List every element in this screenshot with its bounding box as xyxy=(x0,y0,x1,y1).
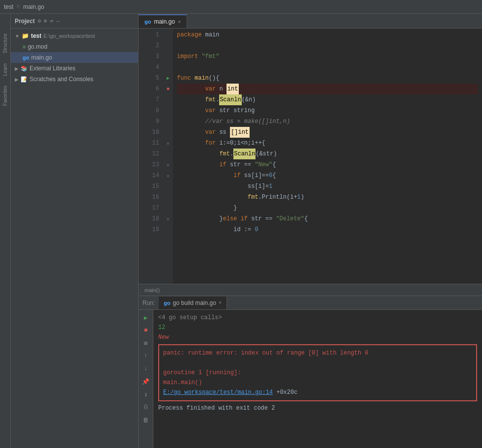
run-rerun-button[interactable]: ⊞ xyxy=(140,337,152,349)
output-process-finished: Process finished with exit code 2 xyxy=(158,403,477,413)
tree-item-test-root[interactable]: ▼ 📁 test E:\go_workspace\test xyxy=(11,30,138,41)
tree-item-path: E:\go_workspace\test xyxy=(43,33,95,39)
gutter-19 xyxy=(163,224,173,235)
run-tab-go-icon: go xyxy=(164,300,170,306)
output-main-main-line: main.main() xyxy=(163,378,472,388)
side-labels-strip: Structure Learn Favorites xyxy=(0,14,11,448)
gear-icon[interactable]: ⚙ xyxy=(38,18,41,24)
tree-item-main-go[interactable]: go main.go xyxy=(11,52,138,63)
equalizer-icon[interactable]: ⇌ xyxy=(50,18,54,24)
fold-icon-14[interactable]: ◇ xyxy=(163,170,173,181)
folder-icon: 📁 xyxy=(22,32,29,39)
run-body: ▶ ■ ⊞ ↑ ↓ 📌 ↧ ⎙ 🗑 <4 go setup calls> 12 … xyxy=(139,310,482,448)
gutter-15 xyxy=(163,181,173,192)
code-line-10: var ss []int xyxy=(177,127,478,138)
gutter-3 xyxy=(163,51,173,62)
code-line-4 xyxy=(177,62,478,73)
project-tree: ▼ 📁 test E:\go_workspace\test ≡ go.mod g… xyxy=(11,29,138,448)
run-tab-label: go build main.go xyxy=(173,299,216,306)
tree-item-go-mod[interactable]: ≡ go.mod xyxy=(11,41,138,52)
side-label-favorites[interactable]: Favorites xyxy=(2,86,8,106)
run-toolbar: ▶ ■ ⊞ ↑ ↓ 📌 ↧ ⎙ 🗑 xyxy=(139,310,153,448)
scratches-arrow-icon: ▶ xyxy=(15,77,19,82)
title-path: test xyxy=(4,3,13,10)
code-line-18: }else if str == "Delete"{ xyxy=(177,213,478,224)
tree-item-external-libs[interactable]: ▶ 📚 External Libraries xyxy=(11,63,138,74)
line-numbers: 12345 678910 1112131415 16171819 xyxy=(139,29,163,284)
gutter-9 xyxy=(163,116,173,127)
crosshair-icon[interactable]: ⊕ xyxy=(44,18,47,24)
fold-icon-18[interactable]: ◇ xyxy=(163,213,173,224)
project-panel: Project ⚙ ⊕ ⇌ — ▼ 📁 test E:\go_workspace… xyxy=(11,14,139,448)
run-softfold-button[interactable]: ↧ xyxy=(140,388,152,400)
tree-item-label-maingo: main.go xyxy=(31,54,52,61)
output-file-link[interactable]: E:/go_workspace/test/main.go:14 xyxy=(163,389,273,396)
gutter-16 xyxy=(163,192,173,203)
run-output: <4 go setup calls> 12 New panic: runtime… xyxy=(153,310,482,448)
gutter-17 xyxy=(163,203,173,213)
breadcrumb-bar: main() xyxy=(139,284,482,296)
gutter-8 xyxy=(163,105,173,116)
gutter-4 xyxy=(163,62,173,73)
breadcrumb-text: main() xyxy=(144,287,160,293)
tree-item-label-scratches: Scratches and Consoles xyxy=(29,76,93,83)
output-goroutine-line: goroutine 1 [running]: xyxy=(163,368,472,378)
run-panel: Run: go go build main.go × ▶ ■ ⊞ ↑ ↓ 📌 ↧ xyxy=(139,296,482,448)
gutter-10 xyxy=(163,127,173,138)
tab-label-main-go: main.go xyxy=(154,18,175,25)
run-play-button[interactable]: ▶ xyxy=(140,312,152,324)
output-line-setup: <4 go setup calls> xyxy=(158,313,477,323)
run-stop-button[interactable]: ■ xyxy=(140,325,152,336)
title-separator: > xyxy=(16,3,20,10)
run-scroll-down-button[interactable]: ↓ xyxy=(140,363,152,375)
code-line-14: if ss[i]==0{ xyxy=(177,170,478,181)
code-editor[interactable]: 12345 678910 1112131415 16171819 ▶ ● ◇ ◇ xyxy=(139,29,482,284)
tab-close-icon[interactable]: × xyxy=(178,19,181,25)
editor-tab-bar: go main.go × xyxy=(139,14,482,29)
run-pin-button[interactable]: 📌 xyxy=(140,376,152,388)
code-line-1: package main xyxy=(177,30,478,40)
expand-arrow-icon: ▼ xyxy=(15,33,20,39)
output-panic-line: panic: runtime error: index out of range… xyxy=(163,348,472,358)
gutter-2 xyxy=(163,40,173,51)
tab-main-go[interactable]: go main.go × xyxy=(139,14,187,28)
tree-item-label-test: test xyxy=(31,32,41,39)
output-line-12: 12 xyxy=(158,323,477,332)
output-blank xyxy=(163,358,472,368)
tree-item-label-gomod: go.mod xyxy=(28,43,47,50)
main-area: Structure Learn Favorites Project ⚙ ⊕ ⇌ … xyxy=(0,14,482,448)
code-line-19: id := 0 xyxy=(177,224,478,235)
gutter-1 xyxy=(163,30,173,40)
run-gutter-icon[interactable]: ▶ xyxy=(163,73,173,84)
output-line-new: New xyxy=(158,332,477,342)
code-line-12: fmt.Scanln(&str) xyxy=(177,149,478,159)
breakpoint-icon[interactable]: ● xyxy=(163,84,173,94)
go-file-icon: go xyxy=(23,55,29,60)
side-label-structure[interactable]: Structure xyxy=(2,33,8,54)
fold-icon-11[interactable]: ◇ xyxy=(163,138,173,149)
code-line-13: if str == "New"{ xyxy=(177,159,478,170)
minimize-icon[interactable]: — xyxy=(57,18,60,24)
output-file-link-line: E:/go_workspace/test/main.go:14 +0x20c xyxy=(163,388,472,397)
tab-go-icon: go xyxy=(144,19,151,25)
editor-gutter: ▶ ● ◇ ◇ ◇ ◇ xyxy=(163,29,173,284)
fold-icon-13[interactable]: ◇ xyxy=(163,159,173,170)
run-tab-go-build[interactable]: go go build main.go × xyxy=(159,297,227,309)
run-tab-close-icon[interactable]: × xyxy=(219,300,222,305)
run-scroll-up-button[interactable]: ↑ xyxy=(140,350,152,362)
side-label-learn[interactable]: Learn xyxy=(2,63,8,76)
code-line-11: for i:=0;i<n;i++{ xyxy=(177,138,478,149)
tree-item-scratches[interactable]: ▶ 📝 Scratches and Consoles xyxy=(11,74,138,85)
editor-area: go main.go × 12345 678910 1112131415 161… xyxy=(139,14,482,448)
project-panel-header: Project ⚙ ⊕ ⇌ — xyxy=(11,14,138,29)
gutter-12 xyxy=(163,149,173,159)
tree-item-label-extlibs: External Libraries xyxy=(29,65,75,72)
mod-file-icon: ≡ xyxy=(23,44,26,50)
code-content[interactable]: package main import "fmt" func main(){ v… xyxy=(173,29,482,284)
run-print-button[interactable]: ⎙ xyxy=(140,401,152,413)
code-line-16: fmt.Println(i+1) xyxy=(177,192,478,203)
code-line-9: //var ss = make([]int,n) xyxy=(177,116,478,127)
run-delete-button[interactable]: 🗑 xyxy=(140,414,152,426)
code-line-17: } xyxy=(177,203,478,213)
code-line-5: func main(){ xyxy=(177,73,478,84)
